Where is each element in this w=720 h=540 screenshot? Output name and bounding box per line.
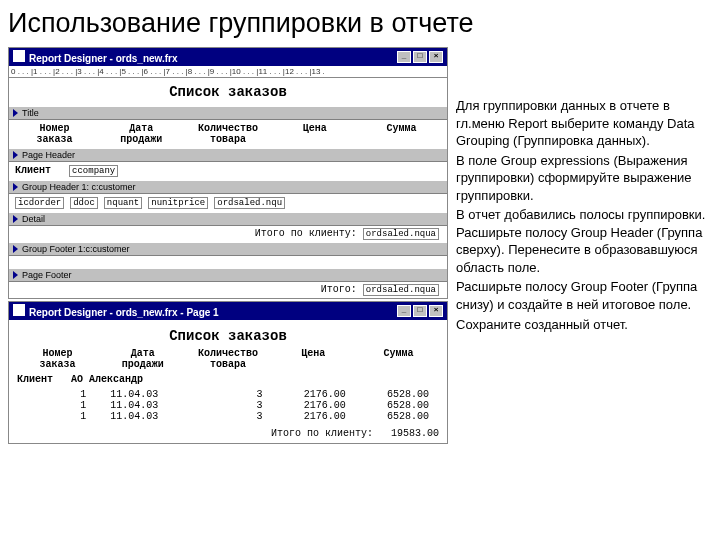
report-preview-window: Report Designer - ords_new.frx - Page 1 …: [8, 301, 448, 444]
cell-sum: 6528.00: [360, 400, 439, 411]
preview-body: Список заказов Номерзаказа Датапродажи К…: [9, 320, 447, 443]
preview-footer-total: 19583.00: [391, 428, 439, 439]
band-page-footer-label: Page Footer: [22, 270, 72, 280]
table-row: 1 11.04.03 3 2176.00 6528.00: [17, 400, 439, 411]
page-footer-area: Итого: ordsaled.nqua: [9, 282, 447, 298]
band-marker-icon: [13, 183, 18, 191]
group-header-area: Клиент ccompany: [9, 162, 447, 180]
maximize-button[interactable]: □: [413, 51, 427, 63]
col-date-1: Дата: [129, 123, 153, 134]
app-icon: [13, 50, 25, 62]
close-button[interactable]: ×: [429, 51, 443, 63]
pcol-order-1: Номер: [43, 348, 73, 359]
band-page-footer[interactable]: Page Footer: [9, 268, 447, 282]
band-detail[interactable]: Detail: [9, 212, 447, 226]
preview-client-value: АО Александр: [71, 374, 143, 385]
band-title[interactable]: Title: [9, 106, 447, 120]
band-marker-icon: [13, 151, 18, 159]
page-footer-label: Итого:: [321, 284, 357, 295]
band-marker-icon: [13, 215, 18, 223]
pcol-sum: Сумма: [383, 348, 413, 359]
cell-qty: 3: [193, 389, 272, 400]
app-icon: [13, 304, 25, 316]
preview-heading: Список заказов: [17, 324, 439, 348]
band-group-footer-label: Group Footer 1:c:customer: [22, 244, 130, 254]
col-sum: Сумма: [387, 123, 417, 134]
col-qty-2: товара: [210, 134, 246, 145]
client-label: Клиент: [15, 165, 51, 176]
pcol-date-2: продажи: [122, 359, 164, 370]
band-group-header-label: Group Header 1: c:customer: [22, 182, 136, 192]
group-footer-area: Итого по клиенту: ordsaled.nqua: [9, 226, 447, 242]
cell-date: 11.04.03: [110, 400, 189, 411]
preview-footer-row: Итого по клиенту: 19583.00: [17, 428, 439, 439]
instruction-3: В отчет добавились полосы группировки. Р…: [456, 206, 712, 276]
detail-area: icdorder ddoc nquant nunitprice ordsaled…: [9, 194, 447, 212]
instruction-1: Для группировки данных в отчете в гл.мен…: [456, 97, 712, 150]
page-header-area: Номерзаказа Датапродажи Количествотовара…: [9, 120, 447, 148]
cell-order: 1: [17, 400, 106, 411]
band-group-footer[interactable]: Group Footer 1:c:customer: [9, 242, 447, 256]
cell-date: 11.04.03: [110, 389, 189, 400]
field-icdorder[interactable]: icdorder: [15, 197, 64, 209]
cell-qty: 3: [193, 400, 272, 411]
cell-qty: 3: [193, 411, 272, 422]
cell-date: 11.04.03: [110, 411, 189, 422]
field-ordsaled[interactable]: ordsaled.nqu: [214, 197, 285, 209]
cell-price: 2176.00: [277, 400, 356, 411]
pcol-order-2: заказа: [40, 359, 76, 370]
designer-titlebar[interactable]: Report Designer - ords_new.frx _ □ ×: [9, 48, 447, 66]
field-group-total[interactable]: ordsaled.nqua: [363, 228, 439, 240]
cell-price: 2176.00: [277, 411, 356, 422]
band-page-header[interactable]: Page Header: [9, 148, 447, 162]
cell-price: 2176.00: [277, 389, 356, 400]
band-group-header[interactable]: Group Header 1: c:customer: [9, 180, 447, 194]
close-button[interactable]: ×: [429, 305, 443, 317]
pcol-qty-2: товара: [210, 359, 246, 370]
preview-client-row: Клиент АО Александр: [17, 374, 439, 385]
maximize-button[interactable]: □: [413, 305, 427, 317]
preview-titlebar[interactable]: Report Designer - ords_new.frx - Page 1 …: [9, 302, 447, 320]
field-page-total[interactable]: ordsaled.nqua: [363, 284, 439, 296]
band-page-header-label: Page Header: [22, 150, 75, 160]
instructions-column: Для группировки данных в отчете в гл.мен…: [456, 47, 712, 446]
window-controls: _ □ ×: [397, 305, 443, 317]
instruction-5: Сохраните созданный отчет.: [456, 316, 712, 334]
band-title-label: Title: [22, 108, 39, 118]
preview-title: Report Designer - ords_new.frx - Page 1: [29, 307, 219, 318]
cell-sum: 6528.00: [360, 411, 439, 422]
field-nunitprice[interactable]: nunitprice: [148, 197, 208, 209]
designer-title: Report Designer - ords_new.frx: [29, 53, 178, 64]
minimize-button[interactable]: _: [397, 305, 411, 317]
col-order-1: Номер: [39, 123, 69, 134]
cell-order: 1: [17, 389, 106, 400]
preview-client-label: Клиент: [17, 374, 53, 385]
field-ccompany[interactable]: ccompany: [69, 165, 118, 177]
field-ddoc[interactable]: ddoc: [70, 197, 98, 209]
minimize-button[interactable]: _: [397, 51, 411, 63]
col-date-2: продажи: [120, 134, 162, 145]
table-row: 1 11.04.03 3 2176.00 6528.00: [17, 389, 439, 400]
preview-footer-label: Итого по клиенту:: [271, 428, 373, 439]
window-controls: _ □ ×: [397, 51, 443, 63]
band-marker-icon: [13, 271, 18, 279]
page-footer-spacer: [9, 256, 447, 268]
cell-order: 1: [17, 411, 106, 422]
col-order-2: заказа: [36, 134, 72, 145]
col-qty-1: Количество: [198, 123, 258, 134]
content-row: Report Designer - ords_new.frx _ □ × 0 .…: [8, 47, 712, 446]
slide-title: Использование группировки в отчете: [8, 8, 712, 39]
pcol-price: Цена: [301, 348, 325, 359]
pcol-date-1: Дата: [131, 348, 155, 359]
left-column: Report Designer - ords_new.frx _ □ × 0 .…: [8, 47, 448, 446]
band-marker-icon: [13, 109, 18, 117]
preview-columns: Номерзаказа Датапродажи Количествотовара…: [17, 348, 439, 370]
pcol-qty-1: Количество: [198, 348, 258, 359]
report-designer-window: Report Designer - ords_new.frx _ □ × 0 .…: [8, 47, 448, 299]
ruler: 0 . . . |1 . . . |2 . . . |3 . . . |4 . …: [9, 66, 447, 78]
report-heading: Список заказов: [9, 78, 447, 106]
band-marker-icon: [13, 245, 18, 253]
field-nquant[interactable]: nquant: [104, 197, 142, 209]
col-price: Цена: [303, 123, 327, 134]
band-detail-label: Detail: [22, 214, 45, 224]
